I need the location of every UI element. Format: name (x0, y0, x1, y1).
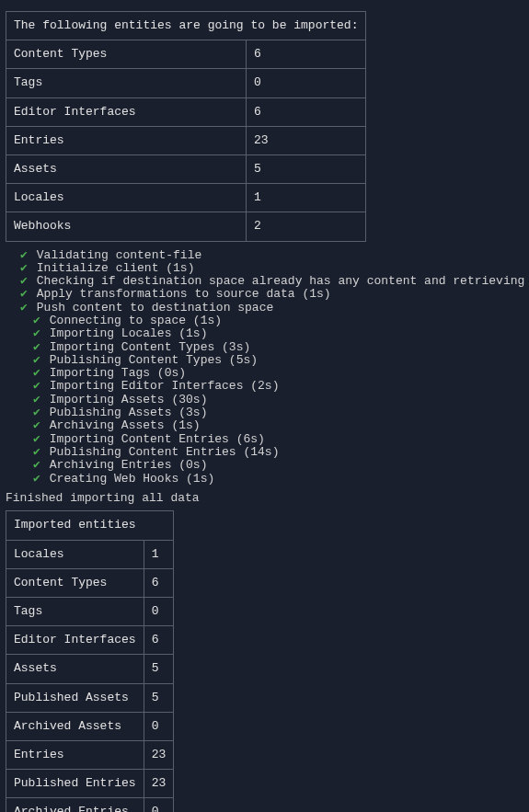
check-icon: ✔ (31, 419, 42, 432)
log-entry: ✔ Importing Assets (30s) (6, 394, 523, 406)
table-row: Tags0 (6, 69, 366, 97)
log-text: Importing Assets (30s) (50, 393, 208, 406)
log-entry: ✔ Importing Locales (1s) (6, 327, 523, 340)
entity-name: Tags (6, 69, 247, 97)
entity-value: 23 (144, 770, 174, 798)
entities-to-import-table: The following entities are going to be i… (6, 11, 366, 242)
entity-name: Locales (6, 184, 247, 212)
entity-name: Content Types (6, 40, 247, 69)
check-icon: ✔ (18, 288, 29, 301)
table-row: Editor Interfaces6 (6, 97, 366, 126)
entities-to-import-header: The following entities are going to be i… (6, 12, 366, 40)
log-text: Importing Content Entries (6s) (50, 432, 265, 446)
check-icon: ✔ (31, 446, 42, 459)
entity-value: 0 (144, 798, 174, 812)
entity-name: Published Entries (6, 770, 144, 798)
entity-value: 2 (246, 212, 366, 241)
entity-name: Archived Entries (6, 798, 144, 812)
log-text: Importing Content Types (3s) (50, 340, 250, 354)
log-text: Publishing Assets (3s) (50, 406, 208, 419)
log-entry: ✔ Checking if destination space already … (6, 275, 523, 288)
entity-value: 6 (246, 40, 366, 69)
check-icon: ✔ (31, 341, 42, 354)
entity-value: 0 (144, 712, 174, 740)
entity-value: 23 (144, 740, 174, 769)
log-text: Push content to destination space (37, 301, 273, 315)
table-row: Content Types6 (6, 40, 366, 69)
log-text: Apply transformations to source data (1s… (37, 287, 331, 301)
entity-value: 1 (246, 184, 366, 212)
entity-value: 5 (246, 154, 366, 183)
log-entry: ✔ Validating content-file (6, 249, 523, 262)
table-row: Entries23 (6, 740, 174, 769)
log-text: Initialize client (1s) (37, 261, 195, 275)
log-entry: ✔ Publishing Content Types (5s) (6, 354, 523, 367)
log-text: Archiving Assets (1s) (50, 418, 201, 432)
check-icon: ✔ (18, 302, 29, 315)
entity-name: Editor Interfaces (6, 97, 247, 126)
table-row: Content Types6 (6, 568, 174, 597)
entity-name: Locales (6, 540, 144, 568)
table-row: Locales1 (6, 184, 366, 212)
log-entry: ✔ Initialize client (1s) (6, 262, 523, 275)
entity-name: Webhooks (6, 212, 247, 241)
log-entry: ✔ Apply transformations to source data (… (6, 288, 523, 301)
log-text: Validating content-file (37, 248, 201, 262)
table-row: Editor Interfaces6 (6, 626, 174, 655)
check-icon: ✔ (31, 406, 42, 419)
check-icon: ✔ (31, 380, 42, 393)
check-icon: ✔ (31, 394, 42, 406)
table-row: Locales1 (6, 540, 174, 568)
check-icon: ✔ (31, 354, 42, 367)
log-entry: ✔ Publishing Content Entries (14s) (6, 446, 523, 459)
log-entry: ✔ Importing Content Entries (6s) (6, 433, 523, 446)
entity-name: Editor Interfaces (6, 626, 144, 655)
entity-value: 5 (144, 683, 174, 712)
entity-value: 6 (144, 568, 174, 597)
table-row: Assets5 (6, 154, 366, 183)
table-row: Published Entries23 (6, 770, 174, 798)
entity-name: Assets (6, 154, 247, 183)
table-row: Archived Entries0 (6, 798, 174, 812)
log-entry: ✔ Connecting to space (1s) (6, 315, 523, 327)
entity-name: Content Types (6, 568, 144, 597)
table-row: Tags0 (6, 598, 174, 626)
entity-name: Archived Assets (6, 712, 144, 740)
log-entry: ✔ Archiving Entries (0s) (6, 459, 523, 472)
table-row: Webhooks2 (6, 212, 366, 241)
check-icon: ✔ (31, 459, 42, 472)
entity-value: 6 (144, 626, 174, 655)
log-entry: ✔ Creating Web Hooks (1s) (6, 473, 523, 486)
log-entry: ✔ Importing Content Types (3s) (6, 341, 523, 354)
finished-text: Finished importing all data (6, 491, 523, 506)
log-entry: ✔ Push content to destination space (6, 302, 523, 315)
log-text: Connecting to space (1s) (50, 314, 222, 327)
entity-value: 23 (246, 126, 366, 154)
check-icon: ✔ (18, 262, 29, 275)
table-row: Archived Assets0 (6, 712, 174, 740)
log-text: Creating Web Hooks (1s) (50, 472, 214, 486)
log-entry: ✔ Publishing Assets (3s) (6, 406, 523, 419)
log-text: Importing Tags (0s) (50, 366, 186, 380)
check-icon: ✔ (18, 275, 29, 288)
log-text: Publishing Content Entries (14s) (50, 445, 280, 459)
entity-name: Assets (6, 655, 144, 683)
log-entry: ✔ Archiving Assets (1s) (6, 419, 523, 432)
check-icon: ✔ (18, 249, 29, 262)
imported-entities-header: Imported entities (6, 511, 174, 540)
table-row: Entries23 (6, 126, 366, 154)
log-text: Importing Editor Interfaces (2s) (50, 379, 280, 393)
check-icon: ✔ (31, 327, 42, 340)
entity-name: Entries (6, 740, 144, 769)
entity-name: Published Assets (6, 683, 144, 712)
log-text: Importing Locales (1s) (50, 326, 208, 340)
entity-value: 6 (246, 97, 366, 126)
log-entry: ✔ Importing Editor Interfaces (2s) (6, 380, 523, 393)
entity-name: Tags (6, 598, 144, 626)
table-row: Published Assets5 (6, 683, 174, 712)
entity-name: Entries (6, 126, 247, 154)
entity-value: 1 (144, 540, 174, 568)
check-icon: ✔ (31, 367, 42, 380)
check-icon: ✔ (31, 473, 42, 486)
check-icon: ✔ (31, 433, 42, 446)
